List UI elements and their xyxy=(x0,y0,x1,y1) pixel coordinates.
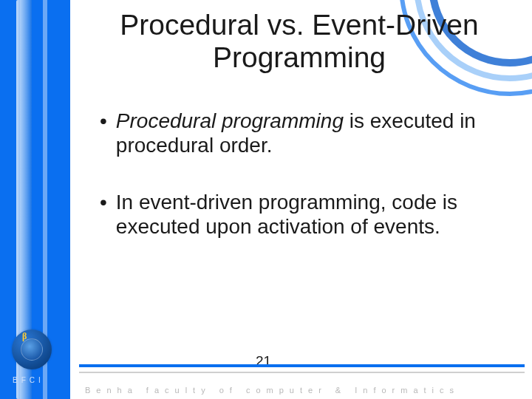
logo-label: BFCI xyxy=(13,376,44,384)
bullet-italic-lead: Procedural programming xyxy=(116,109,344,132)
footer-text: Benha faculty of computer & Informatics xyxy=(85,386,460,395)
institution-logo: β xyxy=(12,330,52,369)
list-item: • Procedural programming is executed in … xyxy=(100,109,514,157)
slide-content: Procedural vs. Event-Driven Programming … xyxy=(85,9,514,271)
bullet-list: • Procedural programming is executed in … xyxy=(85,109,514,239)
slide-footer: Benha faculty of computer & Informatics xyxy=(70,358,532,399)
list-item: • In event-driven programming, code is e… xyxy=(100,190,514,239)
footer-divider-gray xyxy=(79,372,525,373)
bullet-rest: In event-driven programming, code is exe… xyxy=(116,191,457,238)
slide-title: Procedural vs. Event-Driven Programming xyxy=(85,9,514,73)
bullet-icon: • xyxy=(100,190,107,214)
footer-divider-blue xyxy=(79,364,525,367)
bullet-text: Procedural programming is executed in pr… xyxy=(116,109,514,157)
bullet-icon: • xyxy=(100,109,107,133)
bullet-text: In event-driven programming, code is exe… xyxy=(116,190,514,239)
